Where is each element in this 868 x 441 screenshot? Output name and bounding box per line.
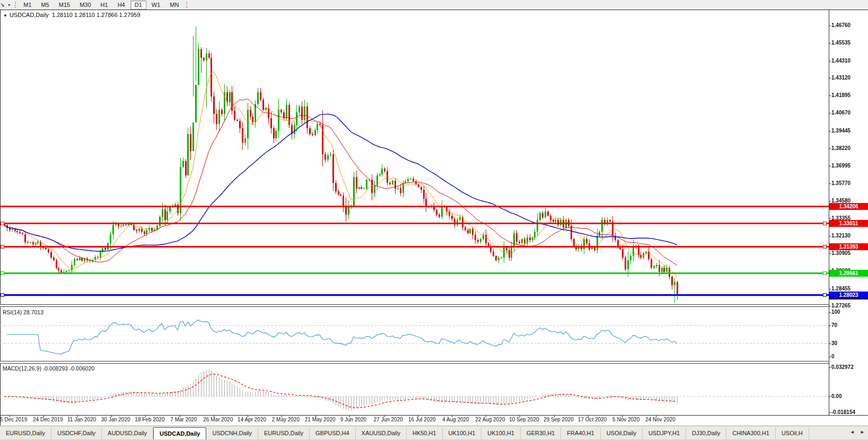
current-price-line [0, 296, 829, 296]
price-axis-tick [829, 148, 831, 149]
hline-1.28023[interactable] [0, 294, 829, 296]
tab-eurusd-daily[interactable]: EURUSD,Daily [258, 427, 310, 440]
time-axis-date: 10 Sep 2020 [509, 417, 539, 422]
hline-1.29561[interactable] [0, 272, 829, 274]
tab-audusd-daily[interactable]: AUDUSD,Daily [102, 427, 153, 440]
time-axis-date: 9 Jun 2020 [340, 417, 367, 422]
hline-1.34206[interactable] [0, 206, 829, 207]
price-axis-label: 1.36995 [831, 163, 851, 169]
price-axis-tick [829, 95, 831, 96]
price-axis-tick [829, 253, 831, 254]
price-axis-tick [829, 218, 831, 219]
tab-usoil-daily[interactable]: USOil,Daily [601, 427, 643, 440]
macd-axis-label: 0.00 [831, 393, 841, 399]
rsi-axis-label: 70 [831, 322, 837, 328]
time-axis-date: 24 Dec 2019 [33, 417, 63, 422]
macd-axis-tick [829, 396, 831, 397]
tab-usdjpy-h1[interactable]: USDJPY,H1 [643, 427, 686, 440]
window-menu-icon[interactable]: ▼ [3, 13, 7, 18]
price-axis-label: 1.45535 [831, 40, 851, 46]
hline-handle-right[interactable] [823, 271, 827, 275]
price-axis-tick [829, 25, 831, 26]
price-axis-label: 1.46760 [831, 22, 851, 28]
chart-tab-bar: EURUSD,DailyUSDCHF,DailyAUDUSD,DailyUSDC… [0, 426, 868, 440]
rsi-label: RSI(14) 28.7013 [3, 309, 43, 315]
price-tag-1.33011: 1.33011 [829, 220, 868, 227]
tab-uk100-h1[interactable]: UK100,H1 [481, 427, 521, 440]
price-axis-tick [829, 183, 831, 184]
rsi-axis-label: 0 [831, 354, 835, 359]
price-axis-tick [829, 131, 831, 131]
pane-separator-rsi[interactable] [0, 304, 829, 307]
time-axis-date: 22 Aug 2020 [475, 417, 505, 422]
price-axis-tick [829, 289, 831, 289]
price-axis-label: 1.43120 [831, 75, 851, 81]
tab-fra40-h1[interactable]: FRA40,H1 [561, 427, 600, 440]
price-axis-label: 1.32130 [831, 233, 851, 239]
price-axis-tick [829, 78, 831, 78]
time-axis-date: 4 Aug 2020 [442, 417, 469, 422]
price-axis-label: 1.38220 [831, 145, 851, 151]
macd-axis-tick [829, 412, 831, 413]
price-axis-label: 1.40670 [831, 110, 851, 116]
price-axis-tick [829, 113, 831, 113]
hline-handle-left[interactable] [1, 245, 4, 249]
time-axis-date: 5 Dec 2019 [0, 417, 27, 422]
tab-usdchf-daily[interactable]: USDCHF,Daily [51, 427, 102, 440]
price-axis-label: 1.30905 [831, 250, 851, 256]
macd-axis-label: 0.032972 [831, 364, 854, 370]
time-axis-date: 21 May 2020 [305, 417, 336, 422]
tab-usdcad-daily[interactable]: USDCAD,Daily [153, 427, 206, 440]
pane-separator-macd[interactable] [0, 361, 829, 364]
time-axis-date: 27 Jun 2020 [374, 417, 403, 422]
hline-1.33011[interactable] [0, 223, 829, 224]
price-axis-label: 1.41895 [831, 92, 851, 98]
time-axis-line [0, 415, 868, 416]
price-tag-1.28023: 1.28023 [829, 292, 868, 298]
time-axis-date: 29 Sep 2020 [543, 417, 574, 422]
price-axis-label: 1.44310 [831, 58, 851, 64]
macd-axis-tick [829, 367, 831, 368]
rsi-axis-tick [829, 357, 831, 357]
macd-label: MACD(12,26,9) -0.008293 -0.006020 [3, 365, 94, 372]
tab-uk100-h1[interactable]: UK100,H1 [443, 427, 482, 440]
hline-handle-left[interactable] [1, 222, 4, 225]
rsi-axis-label: 100 [831, 309, 840, 315]
price-axis-tick [829, 201, 831, 201]
time-axis-date: 24 Nov 2020 [645, 417, 676, 422]
tab-ger30-h1[interactable]: GER30,H1 [521, 427, 561, 440]
hline-handle-right[interactable] [823, 245, 827, 249]
tab-usdcnh-daily[interactable]: USDCNH,Daily [206, 427, 258, 440]
tab-gbpusd-h4[interactable]: GBPUSD,H4 [310, 427, 356, 440]
time-axis-date: 16 Jul 2020 [408, 417, 436, 422]
hline-handle-right[interactable] [823, 293, 827, 297]
hline-handle-right[interactable] [823, 222, 827, 225]
symbol-period-label: USDCAD,Daily [10, 12, 49, 18]
price-tag-1.29561: 1.29561 [829, 270, 868, 277]
hline-handle-left[interactable] [1, 271, 4, 275]
tab-dj30-daily[interactable]: DJ30,Daily [686, 427, 726, 440]
price-axis-tick [829, 166, 831, 166]
price-axis-label: 1.39445 [831, 128, 851, 134]
rsi-axis-tick [829, 343, 831, 344]
tab-eurusd-daily[interactable]: EURUSD,Daily [0, 427, 51, 440]
price-chart-canvas[interactable] [0, 0, 868, 441]
tab-china300-h1[interactable]: CHINA300,H1 [726, 427, 776, 440]
price-tag-1.31393: 1.31393 [829, 243, 868, 250]
hline-1.31393[interactable] [0, 246, 829, 248]
price-axis-label: 1.28455 [831, 286, 851, 292]
price-axis-tick [829, 236, 831, 236]
price-axis-label: 1.27265 [831, 303, 851, 308]
time-axis-date: 7 Mar 2020 [170, 417, 197, 422]
tab-hk50-h1[interactable]: HK50,H1 [407, 427, 443, 440]
tab-xauusd-daily[interactable]: XAUUSD,Daily [356, 427, 407, 440]
mt4-terminal: ➘ ▾ M1M5M15M30H1H4D1W1MN ▼USDCAD,Daily 1… [0, 0, 868, 441]
price-tag-1.34206: 1.34206 [829, 203, 868, 210]
hline-handle-left[interactable] [1, 293, 4, 297]
tab-scroll-arrows-icon[interactable]: ◄ ► [850, 429, 867, 435]
price-axis-tick [829, 61, 831, 61]
tab-usoil-h[interactable]: USOil,H [776, 427, 809, 440]
price-axis-tick [829, 306, 831, 306]
price-axis-tick [829, 43, 831, 43]
chart-tabs: EURUSD,DailyUSDCHF,DailyAUDUSD,DailyUSDC… [0, 427, 809, 440]
